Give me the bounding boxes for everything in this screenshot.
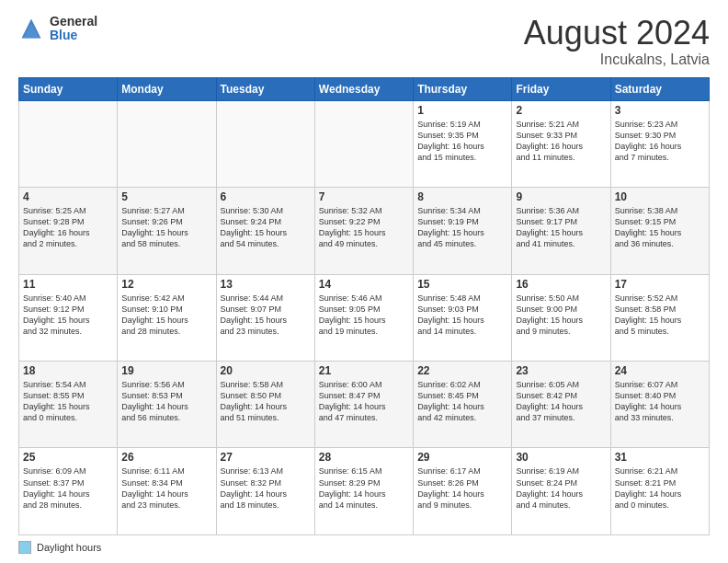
day-number: 1: [417, 104, 507, 117]
day-info: Sunrise: 5:56 AM Sunset: 8:53 PM Dayligh…: [121, 379, 211, 424]
day-info: Sunrise: 5:44 AM Sunset: 9:07 PM Dayligh…: [221, 293, 311, 338]
day-number: 12: [121, 278, 211, 291]
weekday-header-tuesday: Tuesday: [216, 77, 314, 100]
calendar-cell: 1Sunrise: 5:19 AM Sunset: 9:35 PM Daylig…: [414, 100, 512, 187]
weekday-header-wednesday: Wednesday: [314, 77, 413, 100]
day-info: Sunrise: 5:38 AM Sunset: 9:15 PM Dayligh…: [615, 205, 705, 250]
day-info: Sunrise: 5:23 AM Sunset: 9:30 PM Dayligh…: [615, 119, 705, 164]
day-info: Sunrise: 5:46 AM Sunset: 9:05 PM Dayligh…: [319, 293, 409, 338]
day-info: Sunrise: 5:30 AM Sunset: 9:24 PM Dayligh…: [221, 205, 311, 250]
calendar-cell: 20Sunrise: 5:58 AM Sunset: 8:50 PM Dayli…: [216, 362, 314, 448]
calendar-cell: 29Sunrise: 6:17 AM Sunset: 8:26 PM Dayli…: [414, 448, 512, 535]
calendar-cell: 18Sunrise: 5:54 AM Sunset: 8:55 PM Dayli…: [19, 362, 118, 448]
day-info: Sunrise: 6:19 AM Sunset: 8:24 PM Dayligh…: [516, 465, 606, 511]
day-number: 10: [615, 190, 705, 203]
calendar-cell: 14Sunrise: 5:46 AM Sunset: 9:05 PM Dayli…: [314, 274, 413, 361]
day-info: Sunrise: 5:19 AM Sunset: 9:35 PM Dayligh…: [417, 119, 507, 164]
calendar-week-2: 4Sunrise: 5:25 AM Sunset: 9:28 PM Daylig…: [19, 188, 710, 274]
weekday-header-thursday: Thursday: [414, 77, 512, 100]
day-info: Sunrise: 5:34 AM Sunset: 9:19 PM Dayligh…: [417, 205, 507, 250]
calendar-cell: 9Sunrise: 5:36 AM Sunset: 9:17 PM Daylig…: [512, 188, 610, 274]
logo-text: General Blue: [50, 15, 97, 43]
calendar-cell: 2Sunrise: 5:21 AM Sunset: 9:33 PM Daylig…: [512, 100, 610, 187]
calendar-cell: 11Sunrise: 5:40 AM Sunset: 9:12 PM Dayli…: [19, 274, 118, 361]
day-info: Sunrise: 5:42 AM Sunset: 9:10 PM Dayligh…: [121, 293, 211, 338]
calendar-week-1: 1Sunrise: 5:19 AM Sunset: 9:35 PM Daylig…: [19, 100, 710, 187]
day-number: 20: [221, 364, 311, 377]
day-info: Sunrise: 6:17 AM Sunset: 8:26 PM Dayligh…: [417, 465, 507, 511]
calendar-cell: 4Sunrise: 5:25 AM Sunset: 9:28 PM Daylig…: [19, 188, 118, 274]
calendar-cell: 7Sunrise: 5:32 AM Sunset: 9:22 PM Daylig…: [314, 188, 413, 274]
calendar-cell: 13Sunrise: 5:44 AM Sunset: 9:07 PM Dayli…: [216, 274, 314, 361]
weekday-header-friday: Friday: [512, 77, 610, 100]
calendar-cell: 26Sunrise: 6:11 AM Sunset: 8:34 PM Dayli…: [118, 448, 216, 535]
calendar-cell: 21Sunrise: 6:00 AM Sunset: 8:47 PM Dayli…: [314, 362, 413, 448]
day-info: Sunrise: 5:36 AM Sunset: 9:17 PM Dayligh…: [516, 205, 606, 250]
day-info: Sunrise: 5:25 AM Sunset: 9:28 PM Dayligh…: [23, 205, 113, 250]
logo: General Blue: [18, 15, 97, 43]
weekday-header-row: SundayMondayTuesdayWednesdayThursdayFrid…: [19, 77, 710, 100]
calendar-cell: 22Sunrise: 6:02 AM Sunset: 8:45 PM Dayli…: [414, 362, 512, 448]
calendar-cell: 17Sunrise: 5:52 AM Sunset: 8:58 PM Dayli…: [610, 274, 709, 361]
day-number: 9: [516, 190, 606, 203]
calendar-cell: [118, 100, 216, 187]
day-info: Sunrise: 5:40 AM Sunset: 9:12 PM Dayligh…: [23, 293, 113, 338]
calendar-cell: 12Sunrise: 5:42 AM Sunset: 9:10 PM Dayli…: [118, 274, 216, 361]
day-number: 30: [516, 451, 606, 464]
footer: Daylight hours: [18, 541, 710, 554]
day-number: 14: [319, 278, 409, 291]
calendar-cell: 19Sunrise: 5:56 AM Sunset: 8:53 PM Dayli…: [118, 362, 216, 448]
day-info: Sunrise: 5:52 AM Sunset: 8:58 PM Dayligh…: [615, 293, 705, 338]
day-number: 3: [615, 104, 705, 117]
day-number: 17: [615, 278, 705, 291]
calendar-cell: 27Sunrise: 6:13 AM Sunset: 8:32 PM Dayli…: [216, 448, 314, 535]
day-number: 19: [121, 364, 211, 377]
day-number: 4: [23, 190, 113, 203]
day-number: 15: [417, 278, 507, 291]
day-number: 21: [319, 364, 409, 377]
calendar-week-5: 25Sunrise: 6:09 AM Sunset: 8:37 PM Dayli…: [19, 448, 710, 535]
calendar-table: SundayMondayTuesdayWednesdayThursdayFrid…: [18, 77, 710, 535]
calendar-week-3: 11Sunrise: 5:40 AM Sunset: 9:12 PM Dayli…: [19, 274, 710, 361]
calendar-cell: 6Sunrise: 5:30 AM Sunset: 9:24 PM Daylig…: [216, 188, 314, 274]
calendar-cell: 16Sunrise: 5:50 AM Sunset: 9:00 PM Dayli…: [512, 274, 610, 361]
calendar-cell: 15Sunrise: 5:48 AM Sunset: 9:03 PM Dayli…: [414, 274, 512, 361]
weekday-header-sunday: Sunday: [19, 77, 118, 100]
day-info: Sunrise: 6:02 AM Sunset: 8:45 PM Dayligh…: [417, 379, 507, 424]
calendar-cell: 3Sunrise: 5:23 AM Sunset: 9:30 PM Daylig…: [610, 100, 709, 187]
day-info: Sunrise: 5:48 AM Sunset: 9:03 PM Dayligh…: [417, 293, 507, 338]
logo-blue: Blue: [50, 29, 97, 42]
location-title: Incukalns, Latvia: [524, 52, 710, 68]
day-number: 28: [319, 451, 409, 464]
title-block: August 2024 Incukalns, Latvia: [524, 15, 710, 68]
day-info: Sunrise: 5:32 AM Sunset: 9:22 PM Dayligh…: [319, 205, 409, 250]
day-info: Sunrise: 6:05 AM Sunset: 8:42 PM Dayligh…: [516, 379, 606, 424]
calendar-week-4: 18Sunrise: 5:54 AM Sunset: 8:55 PM Dayli…: [19, 362, 710, 448]
day-info: Sunrise: 5:21 AM Sunset: 9:33 PM Dayligh…: [516, 119, 606, 164]
day-number: 11: [23, 278, 113, 291]
calendar-cell: 25Sunrise: 6:09 AM Sunset: 8:37 PM Dayli…: [19, 448, 118, 535]
day-info: Sunrise: 5:54 AM Sunset: 8:55 PM Dayligh…: [23, 379, 113, 424]
day-number: 31: [615, 451, 705, 464]
day-info: Sunrise: 6:09 AM Sunset: 8:37 PM Dayligh…: [23, 465, 113, 511]
day-number: 6: [221, 190, 311, 203]
day-number: 8: [417, 190, 507, 203]
calendar-cell: 23Sunrise: 6:05 AM Sunset: 8:42 PM Dayli…: [512, 362, 610, 448]
day-number: 24: [615, 364, 705, 377]
day-number: 2: [516, 104, 606, 117]
day-info: Sunrise: 6:00 AM Sunset: 8:47 PM Dayligh…: [319, 379, 409, 424]
weekday-header-monday: Monday: [118, 77, 216, 100]
calendar-cell: 28Sunrise: 6:15 AM Sunset: 8:29 PM Dayli…: [314, 448, 413, 535]
calendar-cell: 8Sunrise: 5:34 AM Sunset: 9:19 PM Daylig…: [414, 188, 512, 274]
day-number: 7: [319, 190, 409, 203]
legend-box: [18, 541, 31, 554]
day-info: Sunrise: 6:13 AM Sunset: 8:32 PM Dayligh…: [221, 465, 311, 511]
weekday-header-saturday: Saturday: [610, 77, 709, 100]
page: General Blue August 2024 Incukalns, Latv…: [0, 0, 728, 563]
day-info: Sunrise: 5:27 AM Sunset: 9:26 PM Dayligh…: [121, 205, 211, 250]
calendar-cell: 5Sunrise: 5:27 AM Sunset: 9:26 PM Daylig…: [118, 188, 216, 274]
logo-general: General: [50, 15, 97, 29]
calendar-cell: [19, 100, 118, 187]
calendar-cell: 24Sunrise: 6:07 AM Sunset: 8:40 PM Dayli…: [610, 362, 709, 448]
day-number: 23: [516, 364, 606, 377]
